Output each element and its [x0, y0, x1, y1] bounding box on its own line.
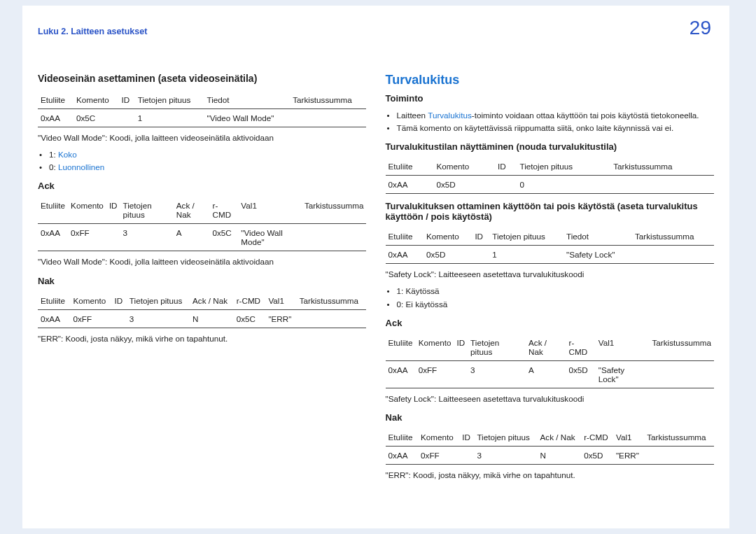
left-note-ack: "Video Wall Mode": Koodi, jolla laitteen… — [38, 255, 366, 268]
td: 0x5D — [566, 360, 596, 388]
td — [119, 109, 135, 127]
th: Ack / Nak — [190, 292, 234, 310]
td — [610, 176, 714, 194]
list-item: 0: Ei käytössä — [386, 298, 714, 311]
td: 0x5C — [74, 109, 119, 127]
code-prefix: 0: — [49, 162, 58, 171]
td: 3 — [474, 446, 537, 464]
td: 0xAA — [386, 246, 424, 264]
th: Ack / Nak — [174, 197, 210, 224]
th: Tarkistussumma — [302, 197, 366, 224]
th: Etuliite — [386, 157, 434, 176]
th: Tietojen pituus — [135, 91, 204, 109]
left-heading: Videoseinän asettaminen (aseta videosein… — [38, 73, 366, 84]
right-nak-table: Etuliite Komento ID Tietojen pituus Ack … — [386, 428, 714, 465]
th: Tietojen pituus — [474, 428, 537, 447]
right-set-heading: Turvalukituksen ottaminen käyttöön tai p… — [386, 201, 714, 222]
left-ack-heading: Ack — [38, 181, 366, 191]
td — [112, 309, 127, 328]
th: Tietojen pituus — [517, 157, 611, 176]
code-value-link: Koko — [58, 150, 77, 159]
th: Komento — [424, 227, 472, 246]
td: 0x5C — [234, 309, 266, 328]
right-function-heading: Toiminto — [386, 93, 714, 104]
th: Val1 — [238, 197, 302, 224]
th: Komento — [71, 292, 112, 310]
th: Ack / Nak — [526, 334, 566, 361]
td — [472, 246, 489, 264]
th: Tiedot — [564, 227, 632, 246]
right-note-set: "Safety Lock": Laitteeseen asetettava tu… — [386, 268, 714, 281]
td: 3 — [127, 309, 190, 328]
th: Tietojen pituus — [127, 292, 190, 310]
th: r-CMD — [234, 292, 266, 310]
td — [650, 360, 714, 388]
chapter-title: Luku 2. Laitteen asetukset — [38, 27, 147, 36]
function-bullets: Laitteen Turvalukitus-toiminto voidaan o… — [386, 109, 714, 134]
list-item: Laitteen Turvalukitus-toiminto voidaan o… — [386, 109, 714, 122]
td: "Video Wall Mode" — [204, 109, 290, 127]
right-nak-heading: Nak — [386, 412, 714, 423]
td — [297, 309, 367, 328]
td — [454, 360, 468, 388]
td: 0xFF — [71, 309, 112, 328]
th: Tarkistussumma — [610, 157, 714, 176]
page-number: 29 — [690, 17, 711, 39]
left-ack-table: Etuliite Komento ID Tietojen pituus Ack … — [38, 197, 366, 251]
th: Komento — [68, 197, 106, 224]
td: "Video Wall Mode" — [238, 224, 302, 251]
th: r-CMD — [581, 428, 613, 447]
td — [644, 446, 714, 464]
th: Tarkistussumma — [632, 227, 714, 246]
right-ack-heading: Ack — [386, 318, 714, 328]
th: r-CMD — [566, 334, 596, 361]
td: 0x5D — [581, 446, 613, 464]
th: Tietojen pituus — [468, 334, 526, 361]
th: Val1 — [596, 334, 650, 361]
th: Val1 — [613, 428, 644, 447]
th: Komento — [433, 157, 495, 176]
left-nak-heading: Nak — [38, 276, 366, 286]
right-view-table: Etuliite Komento ID Tietojen pituus Tark… — [386, 157, 714, 194]
text: Laitteen — [397, 111, 428, 120]
th: ID — [454, 334, 468, 361]
td — [302, 224, 366, 251]
safety-lock-link: Turvalukitus — [428, 111, 472, 120]
td: 0 — [517, 176, 611, 194]
th: Komento — [74, 91, 119, 109]
text: -toiminto voidaan ottaa käyttöön tai poi… — [472, 111, 699, 120]
th: ID — [459, 428, 474, 447]
content-area: Videoseinän asettaminen (aseta videosein… — [38, 73, 714, 528]
td: N — [538, 446, 582, 464]
td: A — [526, 360, 566, 388]
text: Tämä komento on käytettävissä riippumatt… — [397, 123, 674, 132]
left-codes-list: 1: Koko 0: Luonnollinen — [38, 148, 366, 174]
td: "ERR" — [265, 309, 296, 328]
td: 0xAA — [386, 360, 416, 388]
th: Etuliite — [386, 428, 419, 447]
td: 0xFF — [418, 446, 459, 464]
right-note-nak: "ERR": Koodi, josta näkyy, mikä virhe on… — [386, 469, 714, 482]
td: "Safety Lock" — [564, 246, 632, 264]
right-ack-table: Etuliite Komento ID Tietojen pituus Ack … — [386, 334, 714, 388]
left-note-nak: "ERR": Koodi, josta näkyy, mikä virhe on… — [38, 332, 366, 345]
left-set-table: Etuliite Komento ID Tietojen pituus Tied… — [38, 91, 366, 127]
left-nak-table: Etuliite Komento ID Tietojen pituus Ack … — [38, 292, 366, 328]
right-column: Turvalukitus Toiminto Laitteen Turvaluki… — [386, 73, 714, 528]
td: "Safety Lock" — [596, 360, 650, 388]
td: 0x5D — [424, 246, 472, 264]
td: 1 — [489, 246, 564, 264]
right-view-heading: Turvalukitustilan näyttäminen (nouda tur… — [386, 141, 714, 152]
left-note-1: "Video Wall Mode": Koodi, jolla laitteen… — [38, 132, 366, 144]
th: Etuliite — [38, 292, 71, 310]
th: ID — [119, 91, 135, 109]
th: Tietojen pituus — [120, 197, 174, 224]
list-item: 1: Koko — [38, 148, 366, 161]
td — [459, 446, 474, 464]
th: r-CMD — [209, 197, 238, 224]
td — [632, 246, 714, 264]
list-item: Tämä komento on käytettävissä riippumatt… — [386, 122, 714, 134]
td: 1 — [135, 109, 204, 127]
td: "ERR" — [613, 446, 644, 464]
right-codes-list: 1: Käytössä 0: Ei käytössä — [386, 285, 714, 310]
